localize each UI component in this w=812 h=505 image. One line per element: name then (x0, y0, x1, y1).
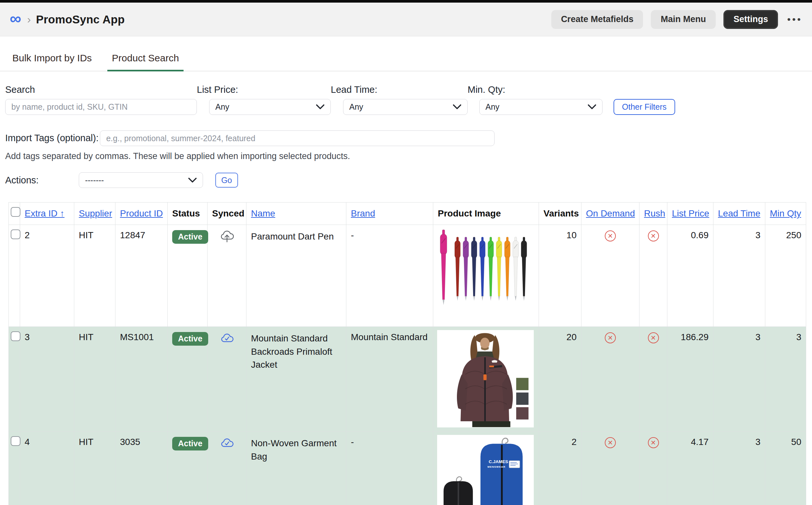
product-image-garment-bag[interactable]: C.JAMES MENSWEAR (437, 435, 534, 505)
column-header-min-qty[interactable]: Min Qty (770, 208, 801, 218)
window-top-strip (0, 0, 812, 3)
import-tags-helper-text: Add tags separated by commas. These will… (5, 151, 807, 161)
min-qty-value: Any (486, 102, 499, 112)
cell-extra-id: 2 (20, 225, 74, 327)
cell-extra-id: 3 (20, 327, 74, 432)
cell-variants: 10 (539, 225, 581, 327)
column-header-variants: Variants (539, 202, 581, 225)
column-header-extra-id[interactable]: Extra ID ↑ (25, 208, 64, 218)
column-header-product-image: Product Image (433, 202, 539, 225)
other-filters-button[interactable]: Other Filters (613, 99, 675, 115)
products-table: Extra ID ↑ Supplier Product ID Status Sy… (8, 202, 806, 505)
breadcrumb-chevron-icon: › (27, 13, 31, 26)
page-title: PromoSync App (36, 13, 125, 26)
import-tags-label: Import Tags (optional): (5, 133, 98, 143)
status-badge: Active (172, 437, 208, 451)
bag-logo-subtext: MENSWEAR (487, 465, 505, 468)
topbar: ∞ › PromoSync App Create Metafields Main… (0, 3, 812, 36)
tab-bulk-import[interactable]: Bulk Import by IDs (12, 52, 92, 71)
cell-lead-time: 3 (714, 327, 765, 432)
cloud-check-icon[interactable] (220, 437, 234, 449)
column-header-product-id[interactable]: Product ID (120, 208, 163, 218)
infinity-logo-icon[interactable]: ∞ (10, 10, 21, 27)
cross-circle-icon: ✕ (605, 230, 616, 241)
cell-min-qty: 3 (765, 327, 806, 432)
product-image-pens[interactable] (437, 228, 534, 318)
chevron-down-icon (588, 104, 596, 110)
column-header-lead-time[interactable]: Lead Time (718, 208, 761, 218)
cross-circle-icon: ✕ (648, 332, 659, 343)
tab-bar: Bulk Import by IDs Product Search (0, 52, 812, 71)
cell-lead-time: 3 (714, 225, 765, 327)
column-header-brand[interactable]: Brand (351, 208, 375, 218)
column-header-name[interactable]: Name (251, 208, 275, 218)
tab-product-search[interactable]: Product Search (112, 52, 179, 71)
settings-button[interactable]: Settings (724, 10, 778, 29)
cell-product-id: 12847 (115, 225, 168, 327)
cloud-check-icon[interactable] (220, 332, 234, 344)
cell-brand: - (346, 432, 433, 505)
filters-row: Search List Price: Any Lead Time: Any Mi… (5, 85, 807, 115)
more-options-icon[interactable]: ••• (787, 14, 802, 25)
min-qty-label: Min. Qty: (468, 85, 602, 95)
cloud-upload-icon[interactable] (220, 230, 234, 244)
list-price-value: Any (215, 102, 229, 112)
column-header-status: Status (168, 202, 208, 225)
select-all-checkbox[interactable] (11, 207, 20, 217)
lead-time-label: Lead Time: (331, 85, 468, 95)
column-header-rush[interactable]: Rush (644, 208, 665, 218)
cell-variants: 2 (539, 432, 581, 505)
main-menu-button[interactable]: Main Menu (651, 10, 716, 29)
cell-list-price: 186.29 (667, 327, 714, 432)
actions-selected-value: ------- (85, 176, 104, 185)
chevron-down-icon (453, 104, 462, 110)
cross-circle-icon: ✕ (648, 437, 659, 448)
row-checkbox[interactable] (11, 436, 20, 446)
search-label: Search (5, 85, 197, 95)
cell-name: Mountain Standard Backroads Primaloft Ja… (246, 327, 346, 432)
cell-supplier: HIT (74, 432, 115, 505)
cross-circle-icon: ✕ (605, 332, 616, 343)
status-badge: Active (172, 332, 208, 346)
cell-brand: Mountain Standard (346, 327, 433, 432)
chevron-down-icon (188, 178, 197, 183)
cross-circle-icon: ✕ (605, 437, 616, 448)
table-row: 2 HIT 12847 Active Paramount Dart Pen - … (9, 225, 806, 327)
cell-variants: 20 (539, 327, 581, 432)
row-checkbox[interactable] (11, 331, 20, 341)
cell-supplier: HIT (74, 327, 115, 432)
cell-name: Non-Woven Garment Bag (246, 432, 346, 505)
cell-brand: - (346, 225, 433, 327)
chevron-down-icon (316, 104, 325, 110)
cell-extra-id: 4 (20, 432, 74, 505)
status-badge: Active (172, 230, 208, 244)
min-qty-select[interactable]: Any (479, 99, 602, 115)
column-header-supplier[interactable]: Supplier (79, 208, 112, 218)
column-header-list-price[interactable]: List Price (672, 208, 709, 218)
column-header-synced: Synced (208, 202, 246, 225)
sort-asc-icon: ↑ (60, 208, 64, 218)
import-tags-input[interactable] (100, 131, 495, 146)
import-tags-section: Import Tags (optional): Add tags separat… (5, 127, 807, 161)
table-row: 3 HIT MS1001 Active Mountain Standard Ba… (9, 327, 806, 432)
list-price-label: List Price: (197, 85, 331, 95)
product-image-jacket[interactable] (437, 330, 534, 428)
lead-time-value: Any (349, 102, 363, 112)
table-header-row: Extra ID ↑ Supplier Product ID Status Sy… (9, 202, 806, 225)
column-header-on-demand[interactable]: On Demand (586, 208, 635, 218)
row-checkbox[interactable] (11, 229, 20, 239)
lead-time-select[interactable]: Any (343, 99, 468, 115)
go-button[interactable]: Go (215, 173, 238, 188)
cell-lead-time: 3 (714, 432, 765, 505)
cell-product-id: MS1001 (115, 327, 168, 432)
create-metafields-button[interactable]: Create Metafields (551, 10, 643, 29)
actions-select[interactable]: ------- (79, 172, 203, 188)
bag-logo-text: C.JAMES (489, 459, 508, 464)
table-row: 4 HIT 3035 Active Non-Woven Garment Bag … (9, 432, 806, 505)
cell-list-price: 4.17 (667, 432, 714, 505)
actions-row: Actions: ------- Go (5, 172, 807, 188)
cell-min-qty: 50 (765, 432, 806, 505)
cell-product-id: 3035 (115, 432, 168, 505)
search-input[interactable] (5, 99, 197, 115)
list-price-select[interactable]: Any (209, 99, 331, 115)
